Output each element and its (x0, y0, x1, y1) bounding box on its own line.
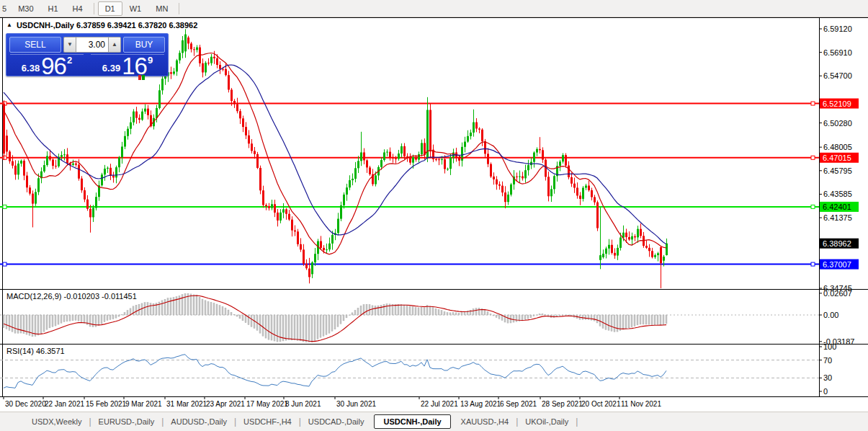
candle-body (305, 264, 308, 268)
macd-histogram-bar (135, 305, 137, 315)
sell-price-display[interactable]: 6.38 96 2 (10, 54, 84, 76)
macd-histogram-bar (317, 315, 318, 339)
macd-histogram-bar (637, 315, 638, 325)
candle-body (622, 233, 625, 238)
candle-body (17, 164, 19, 174)
macd-histogram-bar (421, 307, 422, 315)
candle-body (608, 245, 610, 249)
candle-body (144, 109, 146, 112)
macd-histogram-bar (403, 305, 405, 315)
price-tick-label: 6.50280 (823, 119, 852, 128)
macd-histogram-bar (268, 315, 269, 339)
candle-body (259, 168, 261, 190)
macd-histogram-bar (69, 315, 71, 321)
tab-ukoil-daily[interactable]: UKOil-,Daily (518, 414, 576, 429)
timeframe-button-mn[interactable]: MN (148, 1, 175, 16)
timeframe-button-m5[interactable]: 5 (0, 1, 11, 16)
macd-histogram-bar (207, 301, 209, 315)
macd-histogram-bar (651, 315, 653, 325)
timeframe-button-h1[interactable]: H1 (41, 1, 66, 16)
macd-histogram-bar (657, 315, 658, 324)
macd-histogram-bar (3, 315, 4, 328)
macd-histogram-bar (487, 311, 488, 315)
macd-histogram-bar (605, 315, 607, 329)
candle-body (550, 189, 552, 196)
candle-body (475, 123, 478, 129)
candle-body (251, 143, 253, 151)
volume-input[interactable] (76, 37, 109, 53)
candle-body (539, 149, 541, 150)
macd-histogram-bar (210, 302, 212, 315)
tab-audusd-daily[interactable]: AUDUSD-,Daily (164, 414, 234, 429)
macd-histogram-bar (170, 298, 171, 315)
tab-usdcnh-daily[interactable]: USDCNH-,Daily (374, 414, 450, 429)
macd-histogram-bar (6, 315, 7, 329)
macd-histogram-bar (130, 308, 131, 315)
level-line-handle[interactable] (3, 262, 6, 266)
buy-price-display[interactable]: 6.39 16 9 (91, 54, 164, 76)
candle-body (6, 135, 8, 151)
candle-body (651, 251, 653, 257)
tab-usdchf-h4[interactable]: USDCHF-,H4 (236, 414, 299, 429)
timeframe-button-d1[interactable]: D1 (98, 1, 122, 16)
level-line-handle[interactable] (3, 205, 6, 208)
one-click-collapse-icon[interactable]: ▲ (6, 22, 12, 28)
candle-body (392, 158, 394, 159)
macd-histogram-bar (314, 315, 316, 341)
date-tick-label: 23 Apr 2021 (206, 400, 245, 408)
candle-body (596, 203, 599, 228)
timeframe-button-w1[interactable]: W1 (122, 1, 149, 16)
volume-decrease-button[interactable]: ▼ (63, 37, 76, 53)
macd-histogram-bar (98, 315, 99, 326)
buy-price-base: 6.39 (102, 63, 120, 74)
tab-usdcad-daily[interactable]: USDCAD-,Daily (301, 414, 372, 429)
candle-body (233, 101, 236, 104)
macd-histogram-bar (216, 304, 218, 315)
macd-histogram-bar (588, 315, 589, 320)
date-tick-label: 11 Nov 2021 (621, 400, 661, 408)
candle-body (496, 179, 498, 185)
candle-body (565, 155, 567, 165)
tab-eurusd-daily[interactable]: EURUSD-,Daily (91, 414, 162, 429)
level-line-handle[interactable] (811, 156, 815, 159)
macd-histogram-bar (504, 315, 506, 322)
candle-body (435, 159, 437, 160)
tab-usdx-weekly[interactable]: USDX,Weekly (24, 414, 89, 429)
candle-body (256, 154, 259, 168)
sell-button[interactable]: SELL (9, 37, 61, 53)
level-line-handle[interactable] (811, 102, 815, 105)
date-tick-label: 28 Sep 2021 (542, 400, 583, 408)
level-line-handle[interactable] (3, 156, 6, 159)
macd-histogram-bar (562, 315, 563, 316)
candle-body (398, 154, 400, 159)
candle-body (349, 180, 351, 187)
candle-body (386, 152, 388, 153)
candle-body (308, 269, 310, 277)
macd-histogram-bar (271, 315, 272, 340)
timeframe-button-m30[interactable]: M30 (11, 1, 40, 16)
price-level-badge-text: 6.37007 (823, 260, 851, 269)
buy-button[interactable]: BUY (123, 37, 165, 53)
candle-body (533, 153, 535, 162)
timeframe-button-h4[interactable]: H4 (66, 1, 90, 16)
candle-body (127, 129, 129, 136)
level-line-handle[interactable] (811, 262, 815, 266)
candle-body (576, 187, 578, 195)
volume-increase-button[interactable]: ▲ (109, 37, 121, 53)
macd-histogram-bar (127, 311, 128, 315)
candle-body (23, 161, 25, 176)
candle-body (95, 197, 97, 208)
toolbar-separator (94, 3, 94, 14)
macd-histogram-bar (553, 315, 555, 318)
macd-histogram-bar (164, 299, 166, 315)
candle-body (43, 165, 45, 172)
macd-histogram-bar (251, 315, 252, 326)
level-line-handle[interactable] (811, 205, 815, 208)
candle-body (285, 209, 287, 213)
candle-body (187, 37, 189, 43)
macd-histogram-bar (432, 308, 434, 315)
tab-xauusd-h4[interactable]: XAUUSD-,H4 (454, 414, 516, 429)
date-tick-label: 30 Jun 2021 (336, 400, 376, 408)
candle-body (654, 255, 656, 257)
date-tick-label: 17 May 2021 (246, 400, 288, 408)
